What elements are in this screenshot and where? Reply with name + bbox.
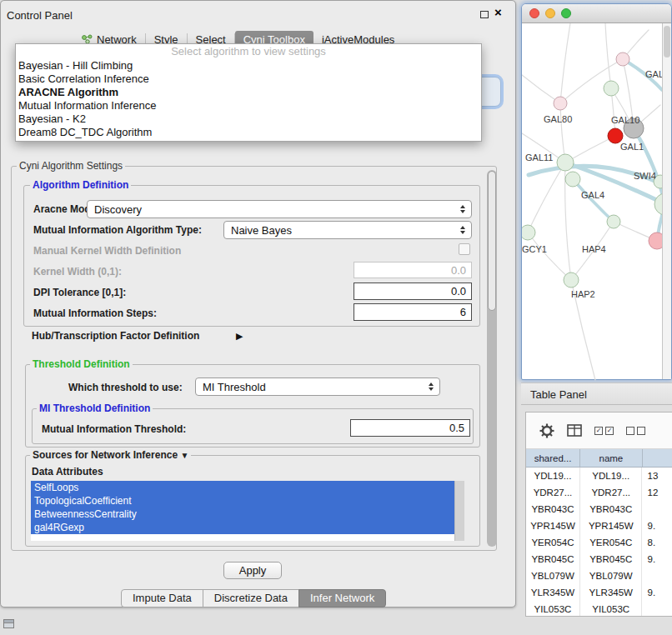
table-panel-title: Table Panel bbox=[530, 388, 587, 401]
columns-icon[interactable] bbox=[567, 424, 582, 437]
control-panel-title: Control Panel bbox=[7, 9, 73, 22]
data-attribute-item[interactable]: BetweennessCentrality bbox=[31, 508, 454, 521]
close-traffic-icon[interactable] bbox=[529, 8, 539, 18]
algorithm-option[interactable]: Bayesian - K2 bbox=[16, 112, 481, 126]
zoom-traffic-icon[interactable] bbox=[561, 8, 571, 18]
table-cell bbox=[642, 601, 672, 617]
tab-impute-data[interactable]: Impute Data bbox=[121, 589, 203, 608]
mi-threshold-group-title: MI Threshold Definition bbox=[37, 402, 153, 414]
network-node[interactable] bbox=[616, 52, 629, 66]
table-row[interactable]: YBR043CYBR043C bbox=[526, 501, 672, 518]
table-panel-header: Table Panel bbox=[521, 382, 672, 405]
screen: Control Panel × Network Style Select Cyn… bbox=[0, 0, 672, 635]
table-row[interactable]: YBR045CYBR045C9. bbox=[526, 551, 672, 568]
network-node[interactable] bbox=[607, 215, 620, 228]
kernel-width-field[interactable] bbox=[354, 262, 472, 278]
float-window-icon[interactable] bbox=[480, 11, 489, 18]
network-node[interactable] bbox=[554, 97, 567, 110]
gear-icon[interactable] bbox=[539, 423, 554, 438]
table-cell: YLR345W bbox=[526, 584, 580, 601]
tab-discretize-data[interactable]: Discretize Data bbox=[203, 589, 299, 608]
table-row[interactable]: YDR27...YDR27...12 bbox=[526, 484, 672, 501]
table-cell: 8. bbox=[642, 534, 672, 551]
manual-kernel-label: Manual Kernel Width Definition bbox=[33, 245, 181, 258]
network-edge[interactable] bbox=[573, 179, 614, 222]
network-edge[interactable] bbox=[522, 75, 560, 103]
manual-kernel-checkbox[interactable] bbox=[459, 243, 470, 255]
close-icon[interactable]: × bbox=[494, 6, 502, 18]
network-node[interactable] bbox=[564, 272, 579, 288]
table-cell: YBR043C bbox=[580, 501, 643, 518]
select-all-icon[interactable]: ✓ ✓ bbox=[594, 427, 614, 435]
algorithm-popup: Select algorithm to view settings Bayesi… bbox=[15, 43, 482, 142]
sources-group-title[interactable]: Sources for Network Inference ▼ bbox=[30, 449, 191, 462]
threshold-definition-title: Threshold Definition bbox=[30, 358, 133, 370]
table-row[interactable]: YIL053CYIL053C bbox=[526, 601, 672, 617]
which-threshold-label: Which threshold to use: bbox=[68, 382, 183, 394]
tab-infer-network[interactable]: Infer Network bbox=[298, 589, 386, 608]
node-label: HAP4 bbox=[582, 244, 606, 254]
table-rows: YDL19...YDL19...13YDR27...YDR27...12YBR0… bbox=[526, 468, 672, 616]
mi-type-value: Naive Bayes bbox=[231, 224, 292, 237]
apply-button[interactable]: Apply bbox=[223, 562, 282, 579]
mi-steps-field[interactable] bbox=[354, 303, 472, 321]
minimized-panel-icon[interactable] bbox=[3, 619, 14, 628]
network-node[interactable] bbox=[604, 81, 619, 96]
table-row[interactable]: YDL19...YDL19...13 bbox=[526, 468, 672, 484]
network-edge[interactable] bbox=[605, 23, 611, 88]
network-node[interactable] bbox=[557, 154, 574, 171]
algorithm-option[interactable]: Bayesian - Hill Climbing bbox=[16, 59, 481, 72]
data-attribute-item[interactable]: gal4RGexp bbox=[31, 521, 454, 534]
column-header[interactable]: shared... bbox=[526, 449, 580, 467]
combo-arrows-icon bbox=[460, 226, 465, 234]
data-attribute-item[interactable]: TopologicalCoefficient bbox=[31, 494, 454, 508]
table-cell: YER054C bbox=[580, 534, 643, 551]
attributes-scrollbar[interactable] bbox=[454, 481, 464, 541]
table-row[interactable]: YER054CYER054C8. bbox=[526, 534, 672, 551]
algorithm-option[interactable]: ARACNE Algorithm bbox=[16, 86, 481, 99]
which-threshold-value: MI Threshold bbox=[203, 381, 266, 393]
table-row[interactable]: YLR345WYLR345W9. bbox=[526, 584, 672, 601]
mi-type-select[interactable]: Naive Bayes bbox=[223, 221, 472, 239]
node-label: GAL80 bbox=[544, 114, 572, 124]
network-scrollbar[interactable] bbox=[662, 23, 671, 379]
table-cell: YBL079W bbox=[580, 568, 643, 584]
table-cell: YDL19... bbox=[580, 468, 643, 484]
hub-expand-icon[interactable]: ▶ bbox=[236, 331, 243, 342]
table-cell: YDR27... bbox=[526, 484, 580, 501]
sources-title-text: Sources for Network Inference bbox=[33, 449, 178, 461]
settings-scrollbar-thumb[interactable] bbox=[488, 171, 496, 311]
mi-threshold-field[interactable] bbox=[350, 419, 470, 437]
combo-arrows-icon bbox=[429, 382, 434, 391]
algorithm-option[interactable]: Basic Correlation Inference bbox=[16, 72, 481, 86]
checked-box-icon: ✓ bbox=[605, 427, 614, 435]
aracne-mode-select[interactable]: Discovery bbox=[87, 200, 472, 218]
checked-box-icon: ✓ bbox=[594, 427, 603, 435]
network-node[interactable] bbox=[565, 172, 580, 187]
network-node[interactable] bbox=[649, 232, 663, 249]
minimize-traffic-icon[interactable] bbox=[545, 8, 555, 18]
which-threshold-select[interactable]: MI Threshold bbox=[195, 378, 440, 396]
table-cell: YBR045C bbox=[580, 551, 643, 568]
algorithm-option[interactable]: Mutual Information Inference bbox=[16, 99, 481, 112]
node-label: SWI4 bbox=[634, 171, 656, 181]
algorithm-option[interactable]: Dream8 DC_TDC Algorithm bbox=[16, 126, 481, 139]
network-edge[interactable] bbox=[560, 23, 570, 103]
network-scrollbar-thumb[interactable] bbox=[664, 26, 670, 58]
column-header[interactable]: name bbox=[580, 449, 643, 467]
dpi-tolerance-field[interactable] bbox=[354, 282, 472, 300]
network-window-titlebar[interactable] bbox=[522, 4, 671, 23]
network-edge[interactable] bbox=[528, 232, 571, 280]
mi-threshold-label: Mutual Information Threshold: bbox=[42, 423, 186, 436]
network-canvas[interactable]: GAL8GAL80GAL10GAL1GAL11SWI4GAL4GCY1HAP4Y… bbox=[522, 23, 663, 381]
deselect-all-icon[interactable] bbox=[626, 427, 645, 435]
node-label: GCY1 bbox=[522, 244, 547, 254]
table-row[interactable]: YPR145WYPR145W9. bbox=[526, 518, 672, 534]
table-cell: YBL079W bbox=[526, 568, 580, 584]
data-attribute-item[interactable]: SelfLoops bbox=[31, 481, 454, 494]
network-node[interactable] bbox=[522, 225, 535, 240]
network-edge[interactable] bbox=[560, 103, 565, 162]
table-row[interactable]: YBL079WYBL079W bbox=[526, 568, 672, 584]
column-header[interactable] bbox=[643, 449, 672, 467]
mi-steps-label: Mutual Information Steps: bbox=[33, 308, 157, 320]
